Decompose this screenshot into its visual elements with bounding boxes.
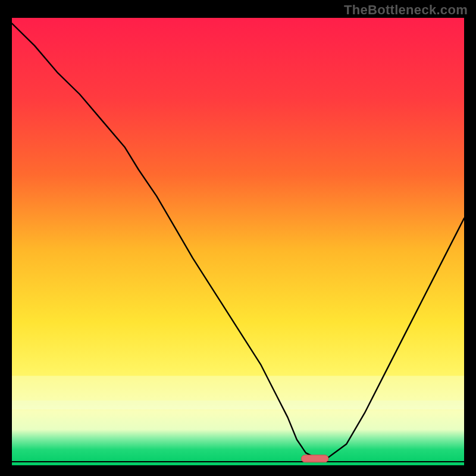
chart-frame: TheBottleneck.com: [0, 0, 476, 476]
svg-rect-1: [12, 376, 464, 400]
watermark-text: TheBottleneck.com: [344, 2, 468, 18]
plot-area: [12, 18, 464, 465]
svg-rect-2: [12, 400, 464, 409]
optimum-marker: [301, 455, 328, 462]
bottleneck-chart: [12, 18, 464, 465]
